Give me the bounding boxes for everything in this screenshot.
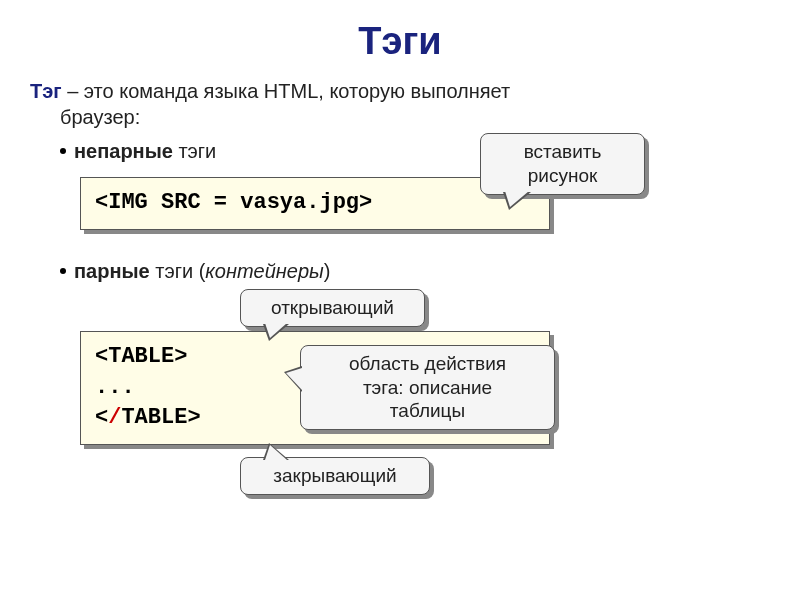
- intro-term: Тэг: [30, 80, 62, 102]
- intro-paragraph: Тэг – это команда языка HTML, которую вы…: [30, 78, 770, 130]
- callout4-text: закрывающий: [273, 465, 396, 486]
- page-title: Тэги: [30, 20, 770, 63]
- code-close-open: <: [95, 405, 108, 430]
- code-close-rest: TABLE>: [121, 405, 200, 430]
- intro-line2: браузер:: [60, 106, 140, 128]
- callout-tail-icon: [503, 192, 531, 210]
- bullet-unpaired: непарные тэги: [60, 140, 770, 163]
- callout2-text: открывающий: [271, 297, 394, 318]
- code-open: <TABLE>: [95, 344, 187, 369]
- bullet-dot-icon: [60, 268, 66, 274]
- bullet2-rest: тэги (: [150, 260, 206, 282]
- codebox2-wrap: открывающий область действия тэга: описа…: [80, 331, 770, 445]
- callout3-line3: таблицы: [390, 400, 465, 421]
- callout-tail-icon: [263, 324, 289, 341]
- bullet-paired: парные тэги (контейнеры): [60, 260, 770, 283]
- callout1-line2: рисунок: [528, 165, 598, 186]
- bullet2-after: ): [324, 260, 331, 282]
- bullet-dot-icon: [60, 148, 66, 154]
- bullet2-bold: парные: [74, 260, 150, 282]
- code-close-slash: /: [108, 405, 121, 430]
- callout-closing: закрывающий: [240, 457, 430, 495]
- bullet1-bold: непарные: [74, 140, 173, 162]
- callout-tail-icon: [284, 366, 302, 392]
- bullet2-italic: контейнеры: [205, 260, 323, 282]
- callout-opening: открывающий: [240, 289, 425, 327]
- callout-scope: область действия тэга: описание таблицы: [300, 345, 555, 430]
- callout3-line1: область действия: [349, 353, 506, 374]
- callout-tail-icon: [263, 443, 289, 460]
- codebox1-wrap: вставить рисунок <IMG SRC = vasya.jpg>: [80, 177, 770, 230]
- callout1-line1: вставить: [524, 141, 602, 162]
- code-mid: ...: [95, 375, 135, 400]
- callout3-line2: тэга: описание: [363, 377, 492, 398]
- intro-rest1: – это команда языка HTML, которую выполн…: [62, 80, 511, 102]
- callout-insert-image: вставить рисунок: [480, 133, 645, 195]
- bullet1-rest: тэги: [173, 140, 216, 162]
